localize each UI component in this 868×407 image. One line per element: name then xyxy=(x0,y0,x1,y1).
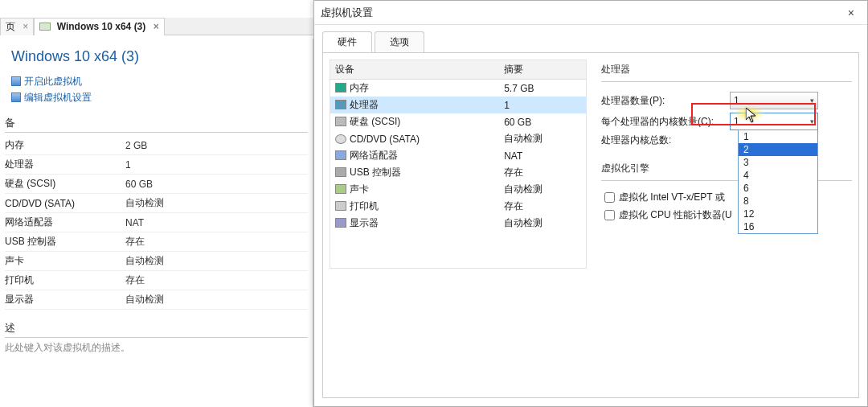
tab-strip: 页 × Windows 10 x64 (3) × xyxy=(0,18,313,35)
hw-row[interactable]: 网络适配器NAT xyxy=(330,147,586,164)
spec-row: USB 控制器存在 xyxy=(5,232,308,252)
tab-hardware[interactable]: 硬件 xyxy=(322,31,372,52)
label-cores-per-proc: 每个处理器的内核数量(C): xyxy=(601,115,730,129)
cores-dropdown[interactable]: 1234681216 xyxy=(738,130,818,234)
chevron-down-icon: ▾ xyxy=(810,117,814,125)
col-device: 设备 xyxy=(330,60,499,80)
spec-key: 硬盘 (SCSI) xyxy=(5,175,125,194)
label-num-processors: 处理器数量(P): xyxy=(601,94,730,108)
hw-summary: 存在 xyxy=(499,164,586,181)
spec-key: 显示器 xyxy=(5,290,125,310)
spec-row: 网络适配器NAT xyxy=(5,213,308,232)
hw-row[interactable]: 内存5.7 GB xyxy=(330,80,586,97)
spec-key: 打印机 xyxy=(5,271,125,290)
tab-page[interactable]: 页 × xyxy=(0,18,34,35)
spec-val: 存在 xyxy=(125,232,308,252)
dropdown-option[interactable]: 8 xyxy=(739,195,817,208)
chk-perf-label: 虚拟化 CPU 性能计数器(U xyxy=(619,208,732,222)
chk-vt-label: 虚拟化 Intel VT-x/EPT 或 xyxy=(619,191,725,204)
usb-icon xyxy=(335,167,346,177)
hw-name: 显示器 xyxy=(330,215,499,232)
gear-icon xyxy=(11,92,21,102)
dropdown-option[interactable]: 3 xyxy=(739,156,817,169)
dialog-title: 虚拟机设置 xyxy=(321,1,373,24)
hw-row[interactable]: 硬盘 (SCSI)60 GB xyxy=(330,113,586,130)
hw-name: USB 控制器 xyxy=(330,164,499,181)
play-icon xyxy=(11,76,21,86)
desc-placeholder[interactable]: 此处键入对该虚拟机的描述。 xyxy=(5,341,308,355)
vm-settings-dialog: 虚拟机设置 × 硬件 选项 设备 摘要 内存5.7 GB处理器1硬盘 (SCSI… xyxy=(313,0,868,407)
section-devices: 备 xyxy=(5,116,308,133)
checkbox-perf[interactable] xyxy=(604,210,615,220)
snd-icon xyxy=(335,184,346,194)
mem-icon xyxy=(335,83,346,92)
cd-icon xyxy=(335,134,346,144)
chevron-down-icon: ▾ xyxy=(810,97,814,105)
combo-cores-per-proc[interactable]: 1 ▾ 1234681216 xyxy=(730,113,818,130)
vm-summary-panel: Windows 10 x64 (3) 开启此虚拟机 编辑虚拟机设置 备 内存2 … xyxy=(0,39,313,407)
spec-key: 网络适配器 xyxy=(5,213,125,232)
hw-row[interactable]: 打印机存在 xyxy=(330,198,586,215)
spec-val: 自动检测 xyxy=(125,194,308,213)
close-icon[interactable]: × xyxy=(154,21,159,32)
dropdown-option[interactable]: 2 xyxy=(739,143,817,156)
combo-num-processors[interactable]: 1 ▾ xyxy=(730,92,818,109)
dialog-tabs: 硬件 选项 xyxy=(322,31,859,52)
hw-name: CD/DVD (SATA) xyxy=(330,130,499,147)
label-total-cores: 处理器内核总数: xyxy=(601,134,730,147)
hw-name: 处理器 xyxy=(330,97,499,113)
hw-name: 硬盘 (SCSI) xyxy=(330,113,499,130)
hardware-list[interactable]: 设备 摘要 内存5.7 GB处理器1硬盘 (SCSI)60 GBCD/DVD (… xyxy=(330,60,587,269)
hw-row[interactable]: 声卡自动检测 xyxy=(330,181,586,198)
link-power-on[interactable]: 开启此虚拟机 xyxy=(11,75,308,88)
vm-icon xyxy=(39,23,51,31)
dropdown-option[interactable]: 1 xyxy=(739,130,817,143)
tab-vm[interactable]: Windows 10 x64 (3) × xyxy=(34,18,164,35)
spec-row: 内存2 GB xyxy=(5,136,308,155)
hw-summary: NAT xyxy=(499,147,586,164)
spec-key: USB 控制器 xyxy=(5,232,125,252)
dialog-close-button[interactable]: × xyxy=(841,1,861,24)
hw-summary: 5.7 GB xyxy=(499,80,586,97)
hw-name: 网络适配器 xyxy=(330,147,499,164)
close-icon[interactable]: × xyxy=(23,21,28,32)
spec-val: 自动检测 xyxy=(125,290,308,310)
spec-row: 声卡自动检测 xyxy=(5,252,308,271)
hw-summary: 60 GB xyxy=(499,113,586,130)
spec-val: NAT xyxy=(125,213,308,232)
hw-row[interactable]: 显示器自动检测 xyxy=(330,215,586,232)
hw-summary: 自动检测 xyxy=(499,215,586,232)
spec-row: 处理器1 xyxy=(5,155,308,175)
spec-row: CD/DVD (SATA)自动检测 xyxy=(5,194,308,213)
spec-key: 处理器 xyxy=(5,155,125,175)
dropdown-option[interactable]: 12 xyxy=(739,208,817,220)
hw-summary: 1 xyxy=(499,97,586,113)
hw-name: 声卡 xyxy=(330,181,499,198)
hw-summary: 自动检测 xyxy=(499,130,586,147)
checkbox-vt[interactable] xyxy=(604,192,615,203)
spec-val: 自动检测 xyxy=(125,252,308,271)
spec-row: 硬盘 (SCSI)60 GB xyxy=(5,175,308,194)
hw-row[interactable]: USB 控制器存在 xyxy=(330,164,586,181)
spec-val: 60 GB xyxy=(125,175,308,194)
dropdown-option[interactable]: 16 xyxy=(739,220,817,233)
hw-row[interactable]: CD/DVD (SATA)自动检测 xyxy=(330,130,586,147)
cpu-icon xyxy=(335,100,346,109)
tab-page-label: 页 xyxy=(6,21,15,32)
spec-val: 存在 xyxy=(125,271,308,290)
link-edit-settings[interactable]: 编辑虚拟机设置 xyxy=(11,91,308,105)
spec-row: 打印机存在 xyxy=(5,271,308,290)
tab-vm-label: Windows 10 x64 (3) xyxy=(57,21,146,32)
hw-summary: 存在 xyxy=(499,198,586,215)
dropdown-option[interactable]: 6 xyxy=(739,182,817,195)
tab-options[interactable]: 选项 xyxy=(375,31,424,52)
hw-row[interactable]: 处理器1 xyxy=(330,97,586,113)
hw-summary: 自动检测 xyxy=(499,181,586,198)
disp-icon xyxy=(335,218,346,228)
spec-key: 声卡 xyxy=(5,252,125,271)
combo-num-processors-value: 1 xyxy=(734,95,739,106)
dropdown-option[interactable]: 4 xyxy=(739,169,817,182)
spec-key: CD/DVD (SATA) xyxy=(5,194,125,213)
spec-key: 内存 xyxy=(5,136,125,155)
cpu-settings-pane: 处理器 处理器数量(P): 1 ▾ 每个处理器的内核数量(C): xyxy=(587,60,852,391)
